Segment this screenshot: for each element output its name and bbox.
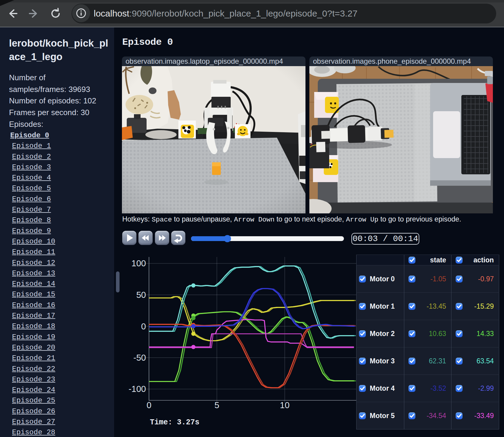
svg-text:0: 0 <box>147 400 151 410</box>
svg-text:0: 0 <box>141 322 146 331</box>
svg-text:50: 50 <box>136 290 146 300</box>
svg-text:5: 5 <box>214 400 219 410</box>
svg-text:10: 10 <box>280 400 290 410</box>
svg-text:100: 100 <box>132 258 146 268</box>
svg-text:-50: -50 <box>133 353 146 362</box>
svg-text:-100: -100 <box>129 384 146 394</box>
